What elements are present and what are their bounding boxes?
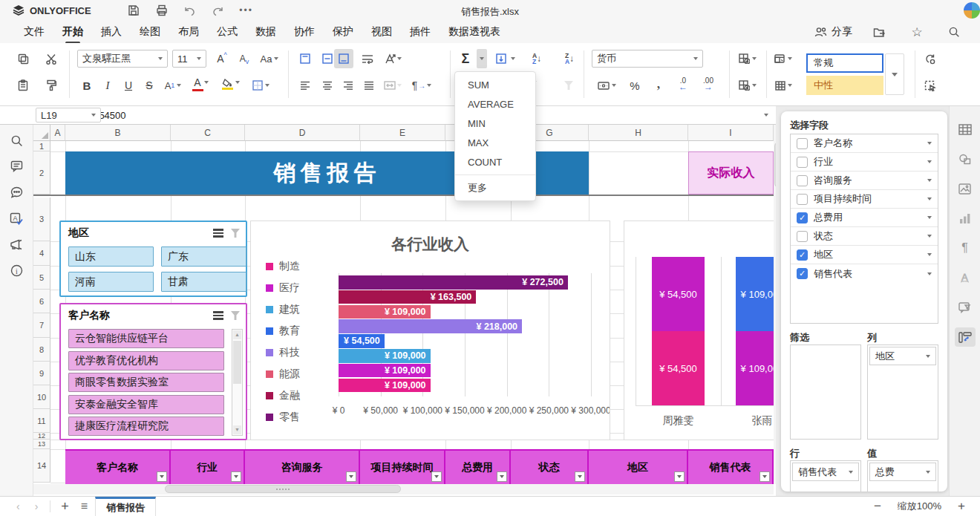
zoom-in-button[interactable]: + <box>958 499 965 514</box>
table-settings-button[interactable] <box>771 76 796 95</box>
slicer-item-云仓智能供应链平台[interactable]: 云仓智能供应链平台 <box>68 329 224 348</box>
sheet-tab[interactable]: 销售报告 <box>95 497 156 516</box>
add-sheet-button[interactable]: + <box>61 499 69 515</box>
slicer-scrollbar[interactable]: ▲ ▼ <box>232 329 243 436</box>
change-case-button[interactable]: Aa <box>257 49 282 68</box>
print-icon[interactable] <box>152 2 172 19</box>
prev-sheet-button[interactable]: ‹ <box>16 500 20 512</box>
format-as-table-button[interactable] <box>771 49 796 68</box>
menu-item-COUNT[interactable]: COUNT <box>455 152 535 172</box>
menu-tab-文件[interactable]: 文件 <box>24 22 45 42</box>
bar-科技[interactable]: ¥ 218,000 <box>339 319 522 333</box>
checkbox-unchecked[interactable] <box>797 231 808 242</box>
segment-张雨-1[interactable]: ¥ 109,000 <box>736 331 774 405</box>
font-color-button[interactable]: A <box>189 74 214 94</box>
segment-周雅雯-0[interactable]: ¥ 54,500 <box>652 257 705 331</box>
filter-dropdown-button[interactable] <box>674 471 685 482</box>
pivot-rows-field[interactable]: 销售代表 <box>792 463 859 481</box>
clear-filter-icon[interactable] <box>231 311 240 320</box>
slicer-item-商眼零售数据实验室[interactable]: 商眼零售数据实验室 <box>68 373 224 392</box>
table-header-总费用[interactable]: 总费用 <box>445 451 511 484</box>
pivot-field-项目持续时间[interactable]: 项目持续时间 <box>791 190 938 209</box>
filter-dropdown-button[interactable] <box>346 471 356 482</box>
cell-name-box[interactable]: L19 <box>36 108 101 123</box>
formula-bar-expand[interactable] <box>764 114 768 117</box>
menu-tab-数据[interactable]: 数据 <box>255 22 276 42</box>
cell-style-gallery-expand[interactable] <box>885 53 904 95</box>
borders-button[interactable] <box>248 76 273 95</box>
menu-item-SUM[interactable]: SUM <box>455 75 535 94</box>
column-header-E[interactable]: E <box>360 125 445 141</box>
column-header-H[interactable]: H <box>589 125 688 141</box>
sort-ascending-button[interactable]: AZ↓ <box>526 49 548 68</box>
row-header-8[interactable]: 8 <box>33 338 50 362</box>
underline-button[interactable]: U <box>119 76 138 95</box>
slicer-customer[interactable]: 客户名称 云仓智能供应链平台优学教育优化机构商眼零售数据实验室安泰金融安全智库捷… <box>59 303 247 440</box>
search-icon[interactable] <box>944 24 964 40</box>
checkbox-checked[interactable]: ✓ <box>797 268 808 279</box>
paste-button[interactable] <box>13 76 33 95</box>
checkbox-unchecked[interactable] <box>797 157 808 168</box>
pivot-field-咨询服务[interactable]: 咨询服务 <box>791 172 938 190</box>
justify-button[interactable] <box>359 76 379 95</box>
image-settings-icon[interactable] <box>955 179 976 198</box>
wrap-text-button[interactable] <box>358 49 377 68</box>
about-icon[interactable]: i <box>6 262 27 278</box>
row-header-3[interactable]: 3 <box>33 197 50 241</box>
sort-descending-button[interactable]: ZA↓ <box>558 49 581 68</box>
row-header-9[interactable]: 9 <box>33 362 50 385</box>
pivot-values-field[interactable]: 总费 <box>869 463 936 481</box>
select-range-button[interactable] <box>921 76 940 95</box>
column-header-C[interactable]: C <box>171 125 245 141</box>
decrease-font-button[interactable]: Av <box>235 49 254 68</box>
column-header-A[interactable]: A <box>50 125 65 141</box>
bar-金融[interactable]: ¥ 163,500 <box>339 290 476 304</box>
select-all-corner[interactable] <box>33 125 50 141</box>
increase-font-button[interactable]: A^ <box>212 49 232 68</box>
pivot-filter-box[interactable] <box>790 344 861 440</box>
menu-tab-插入[interactable]: 插入 <box>101 22 122 42</box>
slicer-item-广东[interactable]: 广东 <box>161 246 246 267</box>
multi-select-icon[interactable] <box>213 229 223 238</box>
accounting-style-button[interactable] <box>594 76 619 95</box>
undo-icon[interactable] <box>180 2 200 19</box>
bar-建筑[interactable]: ¥ 109,000 <box>339 349 431 363</box>
align-left-button[interactable] <box>295 76 315 95</box>
menu-tab-视图[interactable]: 视图 <box>371 22 392 42</box>
multi-select-icon[interactable] <box>213 311 223 320</box>
comments-icon[interactable] <box>6 158 27 174</box>
align-center-button[interactable] <box>318 76 337 95</box>
checkbox-unchecked[interactable] <box>797 194 808 205</box>
bar-制造[interactable]: ¥ 109,000 <box>339 379 431 393</box>
slicer-item-安泰金融安全智库[interactable]: 安泰金融安全智库 <box>68 395 224 414</box>
pivot-field-地区[interactable]: ✓地区 <box>791 246 938 264</box>
user-avatar[interactable] <box>964 2 980 19</box>
checkbox-checked[interactable]: ✓ <box>797 212 808 223</box>
column-header-B[interactable]: B <box>65 125 171 141</box>
align-right-button[interactable] <box>339 76 358 95</box>
paragraph-settings-icon[interactable]: ¶ <box>955 238 976 258</box>
checkbox-checked[interactable]: ✓ <box>797 249 808 261</box>
comma-style-button[interactable]: , <box>649 76 668 95</box>
text-direction-button[interactable]: ¶→ <box>408 76 435 95</box>
bar-能源[interactable]: ¥ 109,000 <box>339 305 431 319</box>
zoom-level[interactable]: 缩放100% <box>898 500 941 513</box>
fill-dropdown-caret[interactable] <box>508 49 518 68</box>
menu-tab-保护[interactable]: 保护 <box>333 22 353 42</box>
cell-style-neutral[interactable]: 中性 <box>806 76 883 95</box>
menu-tab-协作[interactable]: 协作 <box>294 22 315 42</box>
autosum-dropdown-caret[interactable] <box>477 49 487 68</box>
fill-color-button[interactable] <box>218 74 244 94</box>
menu-item-MAX[interactable]: MAX <box>455 133 535 152</box>
row-header-2[interactable]: 2 <box>33 151 50 195</box>
filter-dropdown-button[interactable] <box>760 471 770 482</box>
merge-cells-button[interactable] <box>380 76 405 95</box>
next-sheet-button[interactable]: › <box>35 500 39 512</box>
slicer-item-河南[interactable]: 河南 <box>68 272 154 292</box>
column-header-I[interactable]: I <box>688 125 774 141</box>
slicer-item-甘肃[interactable]: 甘肃 <box>161 272 246 292</box>
pivot-settings-icon[interactable] <box>955 327 976 347</box>
zoom-out-button[interactable]: − <box>874 499 881 514</box>
filter-dropdown-button[interactable] <box>431 471 442 482</box>
feedback-icon[interactable] <box>6 236 27 252</box>
